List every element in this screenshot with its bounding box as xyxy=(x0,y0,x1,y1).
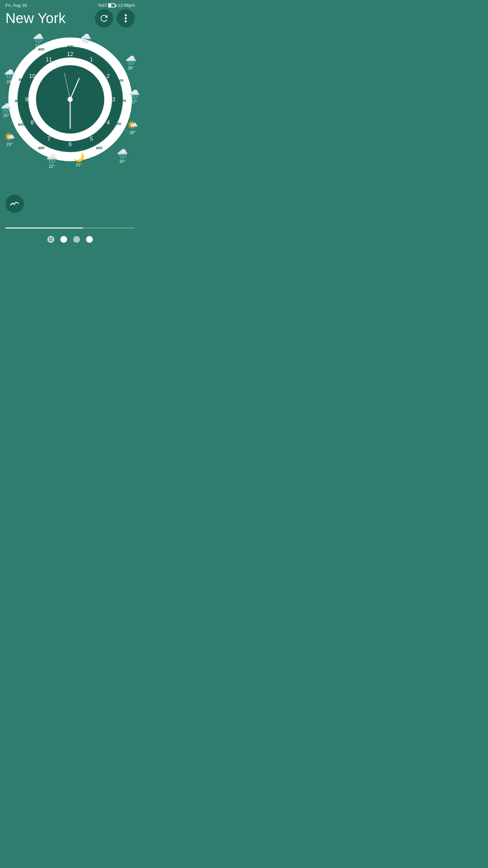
svg-text:7: 7 xyxy=(47,136,51,142)
svg-point-35 xyxy=(49,237,53,241)
weather-top-right: 🌧️ 25° xyxy=(80,33,91,48)
svg-text:am: am xyxy=(18,122,24,127)
weather-bottom-right: 🌧️ 30° xyxy=(117,149,128,164)
svg-point-0 xyxy=(125,14,127,16)
svg-text:3: 3 xyxy=(112,96,115,103)
svg-text:5: 5 xyxy=(90,136,93,142)
weather-left-mid: 🌧️ 24° xyxy=(4,69,15,84)
progress-bar-container xyxy=(5,228,135,229)
svg-point-34 xyxy=(67,97,73,102)
svg-text:pm: pm xyxy=(119,98,126,103)
svg-text:6: 6 xyxy=(68,141,72,147)
weather-right-lower: 🌤️ 28° xyxy=(127,120,138,135)
city-name: New York xyxy=(5,10,65,26)
svg-text:pm: pm xyxy=(117,78,123,83)
weather-left-bottom: 🌤️ 23° xyxy=(4,132,15,147)
svg-text:2: 2 xyxy=(106,73,110,79)
svg-text:am: am xyxy=(96,145,102,150)
nav-dot-location[interactable] xyxy=(47,236,54,243)
nav-dot-2[interactable] xyxy=(73,236,80,243)
menu-button[interactable] xyxy=(117,9,135,27)
clock-svg: 12 1 2 3 4 5 6 7 8 9 10 11 am xyxy=(6,35,135,164)
status-date: Fri, Aug 18 xyxy=(5,3,27,8)
battery-percent: %37 xyxy=(98,3,107,8)
status-bar: Fri, Aug 18 %37 12:06pm xyxy=(0,0,140,9)
svg-text:am: am xyxy=(38,145,44,150)
refresh-button[interactable] xyxy=(95,9,113,27)
svg-text:8: 8 xyxy=(30,119,34,126)
weather-right-top: 🌧️ 26° xyxy=(125,55,136,71)
svg-text:pm: pm xyxy=(115,121,121,126)
weather-bottom-mid: 🌙 21° xyxy=(74,152,84,167)
svg-text:9: 9 xyxy=(25,96,28,103)
header-buttons xyxy=(95,9,135,27)
svg-text:am: am xyxy=(19,77,25,82)
weather-right-mid: 🌧️ 27° xyxy=(129,89,140,104)
nav-dots xyxy=(0,236,140,243)
svg-text:am: am xyxy=(67,44,73,49)
svg-point-2 xyxy=(125,20,127,22)
svg-text:11: 11 xyxy=(46,56,52,63)
svg-text:1: 1 xyxy=(90,56,93,63)
trend-button[interactable] xyxy=(5,195,24,213)
progress-bar-fill xyxy=(5,228,83,229)
svg-text:am: am xyxy=(67,148,73,153)
svg-text:am: am xyxy=(15,98,21,103)
nav-dot-1[interactable] xyxy=(60,236,67,243)
svg-point-36 xyxy=(50,239,52,240)
svg-text:4: 4 xyxy=(106,119,110,126)
battery-icon xyxy=(108,3,116,7)
status-time: 12:06pm xyxy=(118,3,135,8)
weather-top-left: 🌧️ 24° xyxy=(33,33,44,48)
clock-container: 12 1 2 3 4 5 6 7 8 9 10 11 am xyxy=(0,35,140,164)
svg-point-1 xyxy=(125,17,127,19)
header: New York xyxy=(0,9,140,32)
clock-wrapper: 12 1 2 3 4 5 6 7 8 9 10 11 am xyxy=(6,35,135,164)
weather-left-lower: 🌧️ 25° xyxy=(1,103,12,118)
weather-bottom-left: 🌧️ 22° xyxy=(46,154,57,169)
svg-text:12: 12 xyxy=(67,51,73,57)
status-right: %37 12:06pm xyxy=(98,3,135,8)
svg-text:10: 10 xyxy=(29,73,35,79)
nav-dot-3[interactable] xyxy=(86,236,93,243)
